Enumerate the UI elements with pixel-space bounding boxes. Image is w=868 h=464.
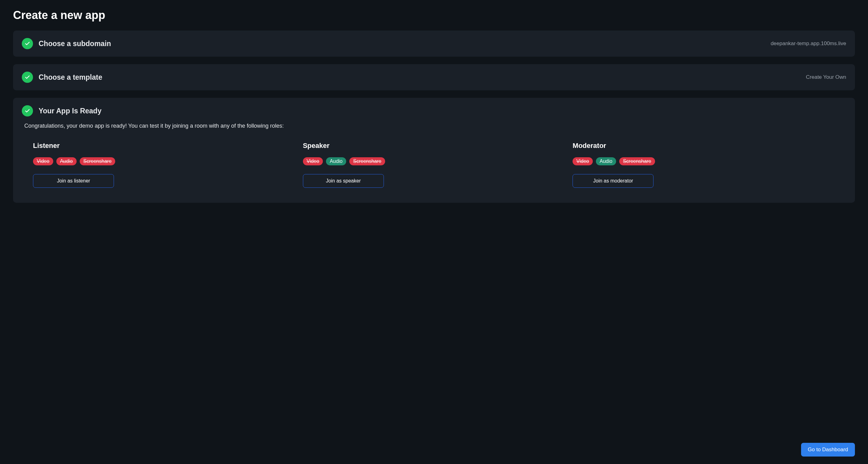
role-name: Listener (33, 142, 296, 150)
template-value: Create Your Own (806, 74, 846, 80)
join-role-button[interactable]: Join as listener (33, 174, 114, 188)
role-column: ListenerVideoAudioScreenshareJoin as lis… (33, 142, 296, 188)
roles-row: ListenerVideoAudioScreenshareJoin as lis… (22, 142, 846, 195)
capability-badge: Video (572, 157, 593, 165)
subdomain-value: deepankar-temp.app.100ms.live (771, 40, 846, 47)
step-header: Choose a template Create Your Own (22, 72, 846, 83)
role-badges: VideoAudioScreenshare (33, 157, 296, 165)
role-badges: VideoAudioScreenshare (303, 157, 565, 165)
capability-badge: Audio (326, 157, 346, 165)
go-to-dashboard-button[interactable]: Go to Dashboard (801, 443, 855, 457)
step-header: Choose a subdomain deepankar-temp.app.10… (22, 38, 846, 49)
capability-badge: Audio (56, 157, 76, 165)
capability-badge: Screenshare (619, 157, 655, 165)
step-left: Choose a subdomain (22, 38, 111, 49)
step-template: Choose a template Create Your Own (13, 64, 855, 90)
capability-badge: Screenshare (80, 157, 116, 165)
check-icon (22, 72, 33, 83)
role-column: SpeakerVideoAudioScreenshareJoin as spea… (303, 142, 565, 188)
congrats-text: Congratulations, your demo app is ready!… (24, 123, 846, 129)
step-left: Your App Is Ready (22, 105, 101, 117)
step-ready: Your App Is Ready Congratulations, your … (13, 98, 855, 203)
step-header: Your App Is Ready (22, 105, 846, 117)
join-role-button[interactable]: Join as speaker (303, 174, 384, 188)
step-title: Choose a template (39, 73, 102, 82)
capability-badge: Video (303, 157, 323, 165)
role-badges: VideoAudioScreenshare (572, 157, 835, 165)
role-name: Speaker (303, 142, 565, 150)
page-title: Create a new app (13, 9, 855, 22)
role-name: Moderator (572, 142, 835, 150)
step-title: Choose a subdomain (39, 39, 111, 48)
step-subdomain: Choose a subdomain deepankar-temp.app.10… (13, 31, 855, 57)
step-left: Choose a template (22, 72, 102, 83)
join-role-button[interactable]: Join as moderator (572, 174, 653, 188)
step-title: Your App Is Ready (39, 107, 101, 115)
check-icon (22, 38, 33, 49)
capability-badge: Screenshare (349, 157, 385, 165)
capability-badge: Audio (596, 157, 616, 165)
check-icon (22, 105, 33, 117)
role-column: ModeratorVideoAudioScreenshareJoin as mo… (572, 142, 835, 188)
capability-badge: Video (33, 157, 53, 165)
